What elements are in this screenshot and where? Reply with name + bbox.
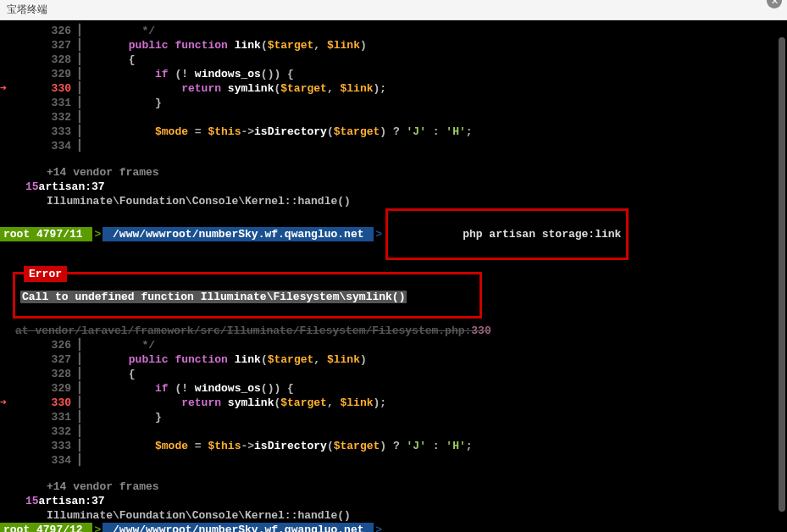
line-number: 332 <box>17 110 76 125</box>
gutter-pipe: ┃ <box>76 81 89 96</box>
kernel-handle-2: Illuminate\Foundation\Console\Kernel::ha… <box>0 508 770 523</box>
line-number: 328 <box>17 367 76 381</box>
frame-number: 15 <box>0 494 39 508</box>
chevron-icon: > <box>92 227 103 241</box>
line-number: 329 <box>17 381 76 396</box>
line-number: 327 <box>17 352 76 367</box>
gutter-pipe: ┃ <box>76 352 89 367</box>
arrow-icon <box>0 38 17 53</box>
arrow-icon <box>0 110 17 125</box>
line-number: 329 <box>17 67 76 81</box>
gutter-pipe: ┃ <box>76 67 89 81</box>
code-line: 329┃ if (! windows_os()) { <box>0 381 770 396</box>
line-number: 327 <box>17 38 76 53</box>
code-content: return symlink($target, $link); <box>89 396 386 410</box>
gutter-pipe: ┃ <box>76 53 89 67</box>
arrow-icon <box>0 125 17 139</box>
artisan-ref: artisan:37 <box>39 494 105 508</box>
chevron-icon: > <box>92 523 103 532</box>
vendor-frames-2: +14 vendor frames <box>0 479 770 494</box>
terminal-content: 326┃ */327┃ public function link($target… <box>0 24 787 532</box>
code-line: 334┃ <box>0 139 770 153</box>
chevron-icon: > <box>374 523 384 532</box>
line-number: 330 <box>17 81 76 96</box>
code-content: if (! windows_os()) { <box>89 67 294 81</box>
line-number: 331 <box>17 410 76 424</box>
line-number: 334 <box>17 139 76 153</box>
code-content: */ <box>89 338 155 352</box>
gutter-pipe: ┃ <box>76 24 89 38</box>
scrollbar-thumb[interactable] <box>779 37 785 512</box>
vendor-frames-1: +14 vendor frames <box>0 165 770 180</box>
error-at-path: at vendor/laravel/framework/src/Illumina… <box>15 324 471 337</box>
gutter-pipe: ┃ <box>76 396 89 410</box>
code-content: public function link($target, $link) <box>89 38 367 53</box>
line-number: 326 <box>17 338 76 352</box>
gutter-pipe: ┃ <box>76 410 89 424</box>
line-number: 328 <box>17 53 76 67</box>
gutter-pipe: ┃ <box>76 110 89 125</box>
title-bar: 宝塔终端 ✕ <box>0 0 787 20</box>
code-line: 332┃ <box>0 110 770 125</box>
line-number: 326 <box>17 24 76 38</box>
gutter-pipe: ┃ <box>76 381 89 396</box>
gutter-pipe: ┃ <box>76 453 89 468</box>
code-line: 332┃ <box>0 424 770 439</box>
frame-line-1: 15 artisan:37 <box>0 180 770 194</box>
close-icon[interactable]: ✕ <box>767 0 782 8</box>
arrow-icon <box>0 439 17 453</box>
arrow-icon <box>0 367 17 381</box>
code-line: 331┃ } <box>0 96 770 110</box>
line-number: 333 <box>17 439 76 453</box>
prompt-user: root 4797/12 <box>0 523 92 532</box>
terminal-body[interactable]: 326┃ */327┃ public function link($target… <box>0 20 787 532</box>
arrow-icon <box>0 338 17 352</box>
arrow-icon <box>0 96 17 110</box>
code-content: } <box>89 96 162 110</box>
gutter-pipe: ┃ <box>76 424 89 439</box>
line-number: 334 <box>17 453 76 468</box>
code-line: 327┃ public function link($target, $link… <box>0 38 770 53</box>
code-content: { <box>89 53 136 67</box>
error-at-lineno: 330 <box>471 324 490 337</box>
error-highlight-box: Error Call to undefined function Illumin… <box>13 272 482 319</box>
gutter-pipe: ┃ <box>76 367 89 381</box>
arrow-icon: ➜ <box>0 396 17 410</box>
code-line: 328┃ { <box>0 367 770 381</box>
gutter-pipe: ┃ <box>76 38 89 53</box>
arrow-icon <box>0 424 17 439</box>
code-content: { <box>89 367 136 381</box>
gutter-pipe: ┃ <box>76 139 89 153</box>
arrow-icon <box>0 410 17 424</box>
code-line: 326┃ */ <box>0 338 770 352</box>
arrow-icon <box>0 453 17 468</box>
code-line: 333┃ $mode = $this->isDirectory($target)… <box>0 439 770 453</box>
arrow-icon <box>0 24 17 38</box>
chevron-icon: > <box>374 227 384 241</box>
code-content: $mode = $this->isDirectory($target) ? 'J… <box>89 439 473 453</box>
code-block-1: 326┃ */327┃ public function link($target… <box>0 24 770 153</box>
code-line: 326┃ */ <box>0 24 770 38</box>
code-line: 331┃ } <box>0 410 770 424</box>
prompt-path: /www/wwwroot/numberSky.wf.qwangluo.net <box>103 523 374 532</box>
prompt-line-1: root 4797/11 > /www/wwwroot/numberSky.wf… <box>0 208 770 260</box>
arrow-icon <box>0 381 17 396</box>
arrow-icon <box>0 139 17 153</box>
window-title: 宝塔终端 <box>7 3 47 17</box>
arrow-icon <box>0 67 17 81</box>
prompt-line-2[interactable]: root 4797/12 > /www/wwwroot/numberSky.wf… <box>0 523 770 532</box>
error-label: Error <box>24 266 67 282</box>
code-block-2: 326┃ */327┃ public function link($target… <box>0 338 770 468</box>
frame-number: 15 <box>0 180 39 194</box>
terminal-window: 宝塔终端 ✕ 326┃ */327┃ public function link(… <box>0 0 787 532</box>
command-text: php artisan storage:link <box>459 228 621 241</box>
code-line: 329┃ if (! windows_os()) { <box>0 67 770 81</box>
code-line: 327┃ public function link($target, $link… <box>0 352 770 367</box>
prompt-path: /www/wwwroot/numberSky.wf.qwangluo.net <box>103 227 374 241</box>
gutter-pipe: ┃ <box>76 338 89 352</box>
code-content: $mode = $this->isDirectory($target) ? 'J… <box>89 125 473 139</box>
line-number: 330 <box>17 396 76 410</box>
line-number: 332 <box>17 424 76 439</box>
line-number: 333 <box>17 125 76 139</box>
arrow-icon <box>0 352 17 367</box>
